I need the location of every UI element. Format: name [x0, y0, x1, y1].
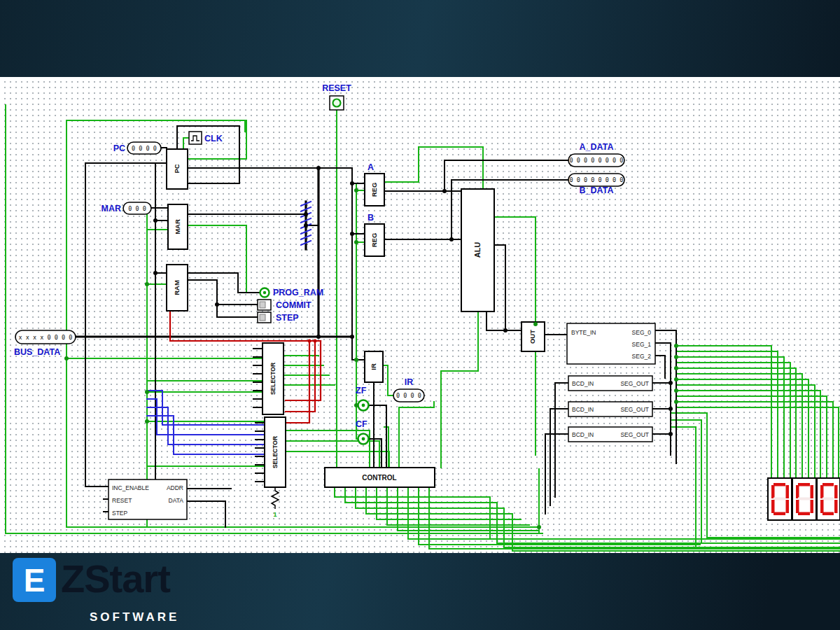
- reset-pin-label: RESET: [112, 497, 132, 504]
- wire: [183, 138, 189, 149]
- wire-junction-dot: [153, 271, 158, 275]
- brand-logo: E ZStart: [13, 558, 170, 602]
- wire-junction-dot: [668, 381, 673, 385]
- wire-junction-dot: [215, 302, 219, 307]
- wire-junction-dot: [145, 419, 149, 424]
- ir-probe-value: 0 0 0 0: [396, 392, 421, 399]
- reg-a-label: REG: [370, 183, 378, 197]
- wire: [188, 273, 260, 293]
- wire: [494, 217, 536, 322]
- zf-led-dot: [362, 404, 365, 407]
- a-data-value: 0 0 0 0 0 0 0 0: [570, 157, 624, 164]
- a-data-label: A_DATA: [580, 142, 614, 152]
- wire: [188, 225, 260, 293]
- wire: [494, 245, 522, 330]
- control-label: CONTROL: [362, 474, 396, 482]
- seven-segment-display-3: [817, 478, 840, 520]
- wire: [286, 341, 309, 423]
- wire-junction-dot: [316, 166, 321, 170]
- pc-probe-value: 0 0 0 0: [132, 145, 157, 152]
- clock-component[interactable]: [189, 132, 202, 144]
- wire-junction-dot: [503, 328, 507, 332]
- wire-junction-dot: [674, 355, 678, 359]
- wire-junction-dot: [314, 340, 317, 343]
- ram-label: RAM: [173, 280, 181, 295]
- b-data-label: B_DATA: [580, 186, 614, 195]
- wire: [345, 487, 840, 543]
- step-pin-label: STEP: [112, 510, 128, 517]
- pc-label: PC: [113, 144, 125, 153]
- prog-ram-label: PROG_RAM: [273, 288, 323, 298]
- wire-junction-dot: [668, 407, 673, 411]
- wire: [545, 434, 568, 514]
- wire: [550, 409, 568, 505]
- wire-junction-dot: [449, 237, 454, 241]
- bcd3-in-label: BCD_IN: [572, 431, 594, 438]
- wire-junction-dot: [145, 390, 149, 394]
- wire: [676, 346, 771, 478]
- pulldown-resistor[interactable]: [272, 487, 279, 509]
- wire: [383, 365, 393, 396]
- reset-button-led: [333, 99, 341, 107]
- ir-label: IR: [405, 377, 414, 387]
- seg2-pin-label: SEG_2: [632, 353, 652, 360]
- wire: [676, 357, 784, 478]
- addr-pin-label: ADDR: [167, 484, 183, 491]
- wire-junction-dot: [674, 344, 678, 348]
- wire: [147, 399, 265, 435]
- cf-led-dot: [362, 438, 365, 441]
- wire-junction-dot: [674, 400, 678, 404]
- wire: [676, 391, 820, 478]
- data-pin-label: DATA: [169, 497, 184, 504]
- bus-data-value: x x x x 0 0 0 0: [19, 334, 73, 341]
- bcd2-out-label: SEG_OUT: [620, 406, 649, 413]
- wire-junction-dot: [350, 335, 354, 339]
- mar-label: MAR: [102, 204, 121, 214]
- wire-junction-dot: [153, 218, 158, 223]
- selector1-label: SELECTOR: [270, 363, 276, 395]
- components-layer: PC MAR RAM SELECTOR SELECTOR REG REG: [14, 83, 840, 520]
- wire-junction-dot: [537, 525, 541, 529]
- brand-logo-subtitle: SOFTWARE: [90, 610, 179, 624]
- b-data-value: 0 0 0 0 0 0 0 0: [570, 176, 624, 183]
- wire-junction-dot: [350, 181, 354, 186]
- clk-label: CLK: [204, 134, 223, 144]
- wire: [676, 385, 815, 478]
- wire-junction-dot: [533, 322, 538, 326]
- wire-junction-dot: [674, 388, 678, 393]
- commit-switch-knob: [260, 302, 265, 308]
- wire: [676, 396, 827, 478]
- wire: [655, 330, 676, 463]
- brand-logo-name: ZStart: [61, 558, 170, 600]
- mar-register-label: MAR: [174, 219, 181, 234]
- bcd1-out-label: SEG_OUT: [620, 380, 649, 387]
- app-window: PC MAR RAM SELECTOR SELECTOR REG REG: [0, 0, 840, 630]
- wire: [486, 312, 505, 330]
- wire: [399, 402, 434, 468]
- selector2-label: SELECTOR: [272, 436, 279, 468]
- bus-data-label: BUS_DATA: [14, 347, 60, 357]
- wire: [676, 351, 778, 478]
- byte-in-pin-label: BYTE_IN: [571, 329, 596, 336]
- wire-junction-dot: [354, 403, 358, 407]
- circuit-svg: PC MAR RAM SELECTOR SELECTOR REG REG: [0, 77, 840, 553]
- wire-junction-dot: [64, 356, 69, 360]
- reg-a-net-label: A: [368, 162, 374, 172]
- wire: [444, 160, 568, 191]
- wire-junction-dot: [442, 189, 447, 193]
- wire-junction-dot: [354, 188, 358, 192]
- wire-junction-dot: [674, 366, 678, 370]
- step-switch-knob: [260, 314, 265, 321]
- seven-segment-display-2: [792, 478, 816, 520]
- wire: [147, 407, 265, 444]
- wire-junction-dot: [668, 432, 673, 436]
- pc-register-label: PC: [173, 164, 181, 173]
- bcd3-out-label: SEG_OUT: [620, 431, 649, 438]
- wire-junction-dot: [354, 240, 358, 244]
- schematic-canvas[interactable]: PC MAR RAM SELECTOR SELECTOR REG REG: [0, 77, 840, 553]
- wire-junction-dot: [350, 232, 354, 236]
- commit-label: COMMIT: [276, 300, 312, 310]
- seg1-pin-label: SEG_1: [632, 341, 652, 348]
- wire: [555, 383, 568, 497]
- step-label: STEP: [276, 313, 299, 323]
